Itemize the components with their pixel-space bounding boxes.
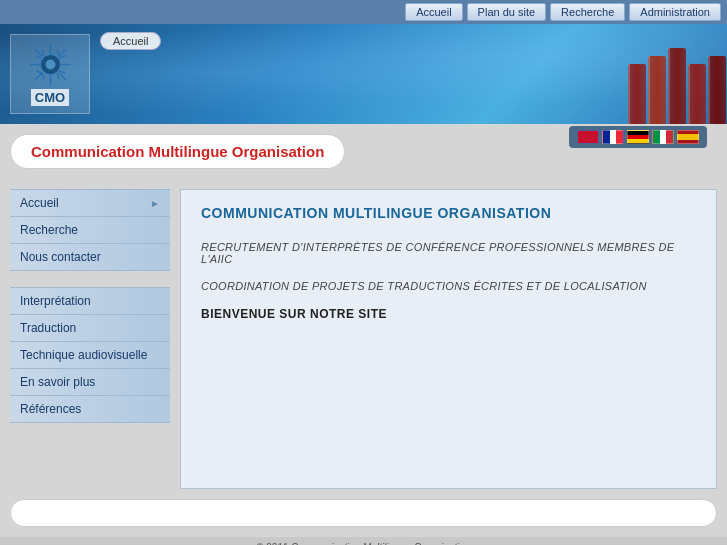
book-3 xyxy=(688,64,706,124)
footer: © 2011 Communication Multilingue Organis… xyxy=(0,537,727,545)
svg-line-7 xyxy=(59,49,66,56)
sidebar-item-references[interactable]: Références xyxy=(10,396,170,423)
svg-line-8 xyxy=(35,73,42,80)
sidebar-arrow-accueil: ► xyxy=(150,198,160,209)
main-content: COMMUNICATION MULTILINGUE ORGANISATION R… xyxy=(180,189,717,489)
book-1 xyxy=(648,56,666,124)
sidebar: Accueil ► Recherche Nous contacter Inter… xyxy=(10,189,170,489)
svg-line-16 xyxy=(57,50,59,56)
sidebar-label-references: Références xyxy=(20,402,81,416)
content-line-1: RECRUTEMENT D'INTERPRÈTES DE CONFÉRENCE … xyxy=(201,241,696,265)
sidebar-section-1: Accueil ► Recherche Nous contacter xyxy=(10,189,170,271)
top-nav-item-plan[interactable]: Plan du site xyxy=(467,3,546,21)
book-2 xyxy=(668,48,686,124)
svg-line-14 xyxy=(59,71,65,73)
svg-line-11 xyxy=(59,56,65,58)
flag-spain[interactable] xyxy=(677,130,699,144)
sidebar-label-traduction: Traduction xyxy=(20,321,76,335)
sidebar-item-interpretation[interactable]: Interprétation xyxy=(10,287,170,315)
svg-point-17 xyxy=(45,60,55,70)
flag-germany[interactable] xyxy=(627,130,649,144)
svg-line-5 xyxy=(35,49,42,56)
book-4 xyxy=(708,56,726,124)
flag-italy[interactable] xyxy=(652,130,674,144)
title-bar-text: Communication Multilingue Organisation xyxy=(31,143,324,160)
logo-sunburst-icon xyxy=(28,42,73,87)
title-flags-row: Communication Multilingue Organisation xyxy=(10,134,717,179)
main-wrapper: Communication Multilingue Organisation A… xyxy=(0,124,727,537)
sidebar-label-recherche: Recherche xyxy=(20,223,78,237)
logo-box: CMO xyxy=(10,34,90,114)
svg-line-6 xyxy=(59,73,66,80)
sidebar-section-2: Interprétation Traduction Technique audi… xyxy=(10,287,170,423)
content-area: Accueil ► Recherche Nous contacter Inter… xyxy=(10,189,717,489)
sidebar-item-nous-contacter[interactable]: Nous contacter xyxy=(10,244,170,271)
bottom-bar xyxy=(10,499,717,527)
svg-line-15 xyxy=(42,73,44,79)
main-content-title: COMMUNICATION MULTILINGUE ORGANISATION xyxy=(201,205,696,221)
flag-uk[interactable] xyxy=(577,130,599,144)
book-0 xyxy=(628,64,646,124)
title-bar: Communication Multilingue Organisation xyxy=(10,134,345,169)
sidebar-label-accueil: Accueil xyxy=(20,196,59,210)
content-bold-line: BIENVENUE SUR NOTRE SITE xyxy=(201,307,696,321)
sidebar-item-accueil[interactable]: Accueil ► xyxy=(10,189,170,217)
top-nav-item-accueil[interactable]: Accueil xyxy=(405,3,462,21)
svg-line-9 xyxy=(42,50,44,56)
top-navigation: AccueilPlan du siteRechercheAdministrati… xyxy=(0,0,727,24)
flags-area xyxy=(569,126,707,148)
sidebar-label-en-savoir-plus: En savoir plus xyxy=(20,375,95,389)
books-decoration xyxy=(607,24,727,124)
flag-france[interactable] xyxy=(602,130,624,144)
svg-line-13 xyxy=(36,56,42,58)
sidebar-label-interpretation: Interprétation xyxy=(20,294,91,308)
sidebar-label-technique: Technique audiovisuelle xyxy=(20,348,147,362)
sidebar-item-technique-audiovisuelle[interactable]: Technique audiovisuelle xyxy=(10,342,170,369)
content-line-2: COORDINATION DE PROJETS DE TRADUCTIONS É… xyxy=(201,280,696,292)
header-banner: CMO Accueil xyxy=(0,24,727,124)
top-nav-item-administration[interactable]: Administration xyxy=(629,3,721,21)
breadcrumb: Accueil xyxy=(100,32,161,50)
logo-text: CMO xyxy=(31,89,69,106)
svg-line-12 xyxy=(36,71,42,73)
sidebar-item-recherche[interactable]: Recherche xyxy=(10,217,170,244)
top-nav-item-recherche[interactable]: Recherche xyxy=(550,3,625,21)
sidebar-item-traduction[interactable]: Traduction xyxy=(10,315,170,342)
breadcrumb-area: Accueil xyxy=(100,32,161,50)
svg-line-10 xyxy=(57,73,59,79)
sidebar-item-en-savoir-plus[interactable]: En savoir plus xyxy=(10,369,170,396)
sidebar-label-nous-contacter: Nous contacter xyxy=(20,250,101,264)
